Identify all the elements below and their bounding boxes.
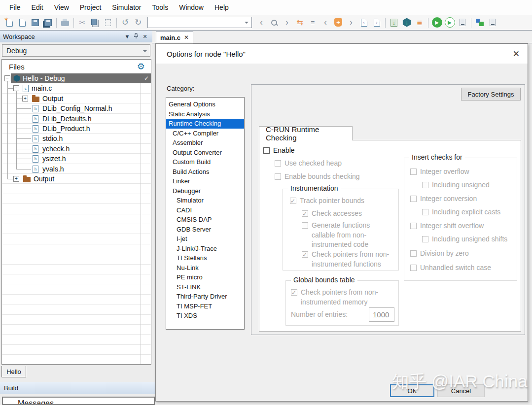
enable-checkbox[interactable]: Enable	[263, 146, 295, 156]
batch-build-icon[interactable]: ≣	[413, 17, 426, 29]
compile-icon[interactable]: ↓	[388, 17, 400, 29]
category-item-st-link[interactable]: ST-LINK	[166, 282, 244, 292]
category-item-nu-link[interactable]: Nu-Link	[166, 263, 244, 273]
category-list: General Options Static Analysis Runtime …	[166, 97, 245, 330]
dialog-close-icon[interactable]: ✕	[513, 49, 520, 59]
print-icon[interactable]	[59, 17, 71, 29]
expand-icon[interactable]: +	[13, 176, 19, 182]
number-of-entries-label: Number of entries:	[291, 310, 348, 318]
category-item-build-actions[interactable]: Build Actions	[166, 167, 244, 177]
breakpoints-icon[interactable]	[473, 17, 486, 29]
menu-edit[interactable]: Edit	[26, 1, 49, 13]
workspace-menu-icon[interactable]: ▼	[123, 34, 132, 39]
redo-icon[interactable]: ↻	[132, 17, 144, 29]
category-item-debugger[interactable]: Debugger	[166, 186, 244, 196]
category-item-simulator[interactable]: Simulator	[166, 196, 244, 205]
debug-dropdown-icon[interactable]	[456, 17, 469, 29]
tree-row-project[interactable]: ✓ − Hello - Debug	[2, 73, 151, 84]
paste-icon[interactable]	[102, 17, 114, 29]
navigate-forward-icon[interactable]: ›	[281, 17, 293, 29]
config-selector[interactable]: Debug	[2, 44, 150, 57]
editor-tab-main-c[interactable]: main.c ✕	[156, 31, 193, 43]
category-item-general-options[interactable]: General Options	[166, 100, 244, 109]
category-item-custom-build[interactable]: Custom Build	[166, 157, 244, 167]
category-item-gdb-server[interactable]: GDB Server	[166, 225, 244, 235]
tree-row-file[interactable]: h DLib_Product.h	[2, 124, 151, 134]
workspace-panel: Workspace ▼ ✕ Debug Files ⚙	[0, 31, 152, 366]
menu-help[interactable]: Help	[209, 1, 234, 13]
category-item-pe-micro[interactable]: PE micro	[166, 272, 244, 282]
expand-icon[interactable]: +	[22, 96, 28, 101]
build-panel-titlebar[interactable]: Build	[0, 382, 156, 394]
next-document-icon[interactable]: ›	[370, 17, 383, 29]
category-item-cmsis-dap[interactable]: CMSIS DAP	[166, 215, 244, 225]
including-explicit-casts-checkbox: Including explicit casts	[422, 207, 500, 217]
menu-project[interactable]: Project	[74, 1, 107, 13]
search-combo[interactable]	[147, 17, 252, 28]
workspace-bottom-tab[interactable]: Hello	[1, 366, 26, 377]
debug-without-download-icon[interactable]: ▶	[443, 17, 456, 29]
collapse-icon[interactable]: −	[4, 75, 10, 81]
factory-settings-button[interactable]: Factory Settings	[461, 88, 521, 101]
menu-simulator[interactable]: Simulator	[106, 1, 146, 13]
category-item-ti-stellaris[interactable]: TI Stellaris	[166, 253, 244, 263]
category-item-ti-xds[interactable]: TI XDS	[166, 311, 244, 321]
build-messages-panel: Messages	[2, 397, 155, 405]
tree-row-folder[interactable]: + Output	[2, 94, 151, 104]
tree-row-folder[interactable]: + Output	[2, 174, 151, 184]
previous-document-icon[interactable]: ‹	[357, 17, 370, 29]
tree-row-file[interactable]: h DLib_Config_Normal.h	[2, 103, 151, 114]
ok-button[interactable]: OK	[390, 384, 434, 397]
add-bookmark-icon[interactable]: +	[332, 17, 345, 29]
menu-tools[interactable]: Tools	[147, 1, 174, 13]
tab-crun-runtime-checking[interactable]: C-RUN Runtime Checking	[259, 126, 353, 140]
breakpoints-dropdown-icon[interactable]	[486, 17, 499, 29]
category-item-compiler[interactable]: C/C++ Compiler	[166, 129, 244, 138]
project-checkmark-icon: ✓	[141, 73, 151, 83]
category-item-runtime-checking[interactable]: Runtime Checking	[166, 119, 244, 129]
close-icon[interactable]: ✕	[141, 34, 149, 40]
cancel-button[interactable]: Cancel	[437, 384, 485, 397]
gear-icon[interactable]: ⚙	[137, 61, 145, 72]
menu-window[interactable]: Window	[174, 1, 209, 13]
save-all-icon[interactable]	[41, 17, 54, 29]
category-item-output-converter[interactable]: Output Converter	[166, 148, 244, 158]
category-item-static-analysis[interactable]: Static Analysis	[166, 109, 244, 119]
toggle-source-header-icon[interactable]: ⇆	[293, 17, 306, 29]
save-icon[interactable]	[29, 17, 41, 29]
download-and-debug-icon[interactable]: ▶	[430, 17, 443, 29]
previous-bookmark-icon[interactable]: ‹	[319, 17, 332, 29]
menu-view[interactable]: View	[49, 1, 74, 13]
tree-row-file[interactable]: − c main.c	[2, 83, 151, 94]
copy-icon[interactable]	[89, 17, 102, 29]
category-item-jlink[interactable]: J-Link/J-Trace	[166, 244, 244, 254]
category-item-assembler[interactable]: Assembler	[166, 138, 244, 148]
new-document-icon[interactable]: ✶	[3, 17, 16, 29]
tab-close-icon[interactable]: ✕	[184, 34, 189, 41]
menu-file[interactable]: File	[4, 1, 26, 13]
undo-icon[interactable]: ↺	[119, 17, 132, 29]
tree-row-file[interactable]: h stdio.h	[2, 134, 151, 144]
open-document-icon[interactable]	[16, 17, 29, 29]
category-item-third-party[interactable]: Third-Party Driver	[166, 292, 244, 302]
tree-row-file[interactable]: h yvals.h	[2, 164, 151, 174]
make-icon[interactable]: ↓	[400, 17, 413, 29]
pin-icon[interactable]	[132, 33, 141, 40]
number-of-entries-input[interactable]	[369, 307, 394, 322]
category-item-ti-msp-fet[interactable]: TI MSP-FET	[166, 302, 244, 311]
messages-header: Messages	[18, 399, 54, 405]
options-dialog: Options for node "Hello" ✕ Category: Gen…	[155, 43, 528, 402]
category-item-linker[interactable]: Linker	[166, 176, 244, 186]
tree-row-file[interactable]: h DLib_Defaults.h	[2, 114, 151, 124]
tree-row-file[interactable]: h ysizet.h	[2, 154, 151, 164]
search-icon[interactable]	[268, 17, 281, 29]
category-item-i-jet[interactable]: I-jet	[166, 234, 244, 244]
collapse-icon[interactable]: −	[13, 85, 19, 91]
cut-icon[interactable]: ✂	[76, 17, 89, 29]
goto-function-list-icon[interactable]: ≡	[306, 17, 319, 29]
category-item-cadi[interactable]: CADI	[166, 205, 244, 215]
next-bookmark-icon[interactable]: ›	[345, 17, 357, 29]
files-tree-panel: Files ⚙ ✓ − Hello - Debug	[1, 59, 151, 365]
navigate-back-icon[interactable]: ‹	[255, 17, 268, 29]
tree-row-file[interactable]: h ycheck.h	[2, 144, 151, 154]
